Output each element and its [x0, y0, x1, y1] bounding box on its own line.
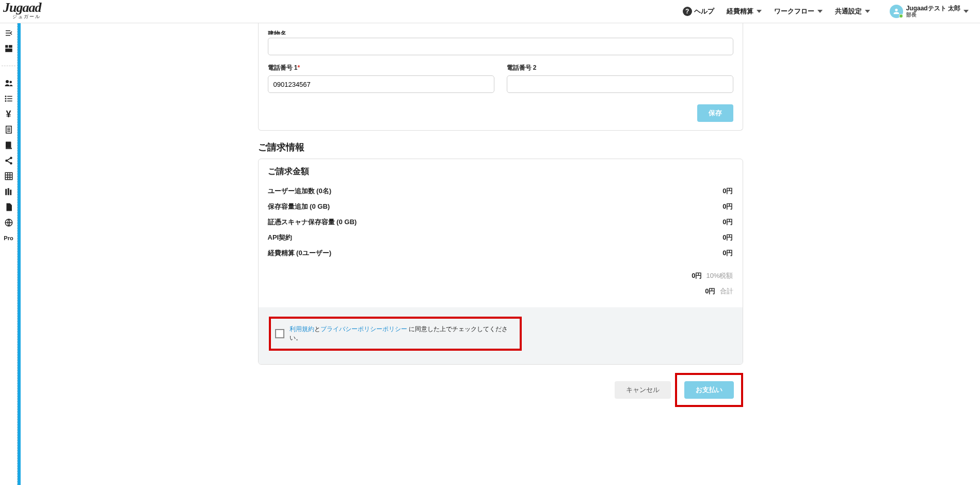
svg-rect-10	[6, 148, 12, 149]
sidebar-item-collapse[interactable]	[2, 26, 16, 40]
sidebar-item-doc[interactable]	[2, 122, 16, 137]
svg-point-4	[9, 81, 12, 84]
building-label: 建物名	[268, 30, 733, 35]
billing-row: ユーザー追加数 (0名)0円	[268, 183, 733, 199]
svg-rect-9	[6, 142, 11, 148]
svg-rect-17	[10, 190, 11, 195]
phone2-label: 電話番号 2	[507, 64, 733, 72]
avatar	[890, 5, 903, 18]
chevron-down-icon	[865, 10, 870, 13]
sidebar: ¥ Pro	[0, 23, 18, 428]
address-card: 建物名 電話番号 1* 電話番号 2 保存	[258, 23, 743, 131]
pay-button[interactable]: お支払い	[684, 381, 734, 399]
nav-workflow[interactable]: ワークフロー	[774, 7, 823, 16]
svg-point-13	[10, 163, 12, 164]
chevron-down-icon	[963, 10, 969, 13]
cancel-button[interactable]: キャンセル	[615, 381, 671, 399]
action-row: キャンセル お支払い	[258, 373, 743, 407]
help-icon: ?	[683, 7, 692, 16]
sidebar-item-list[interactable]	[2, 91, 16, 106]
svg-point-12	[6, 160, 7, 162]
sidebar-item-dashboard[interactable]	[2, 41, 16, 56]
svg-rect-16	[7, 188, 9, 195]
billing-amount-title: ご請求金額	[268, 166, 733, 177]
app-header: Jugaad ジュガール ? ヘルプ 経費精算 ワークフロー 共通設定 Juga…	[0, 0, 980, 23]
privacy-link[interactable]: プライバシーポリシーポリシー	[320, 325, 407, 333]
sidebar-item-pro[interactable]: Pro	[2, 231, 16, 245]
sidebar-item-globe[interactable]	[2, 215, 16, 230]
sidebar-item-share[interactable]	[2, 153, 16, 168]
svg-rect-14	[5, 173, 12, 180]
sidebar-item-yen[interactable]: ¥	[2, 107, 16, 121]
active-strip	[18, 23, 21, 428]
phone1-input[interactable]	[268, 75, 494, 93]
sidebar-item-book[interactable]	[2, 138, 16, 152]
svg-rect-2	[5, 49, 12, 52]
svg-point-7	[5, 101, 6, 102]
terms-link[interactable]: 利用規約	[290, 325, 314, 333]
svg-rect-15	[5, 189, 7, 195]
svg-point-11	[10, 157, 12, 159]
logo-block: Jugaad ジュガール	[3, 3, 41, 20]
billing-section-title: ご請求情報	[258, 141, 743, 153]
sidebar-item-grid[interactable]	[2, 169, 16, 183]
chevron-down-icon	[757, 10, 762, 13]
billing-tax-row: 0円10%税額	[268, 268, 733, 284]
online-dot-icon	[899, 14, 903, 18]
agree-strip: 利用規約とプライバシーポリシーポリシー に同意した上でチェックしてください。	[259, 307, 743, 364]
logo-text: Jugaad	[3, 3, 41, 13]
agree-highlight-box: 利用規約とプライバシーポリシーポリシー に同意した上でチェックしてください。	[269, 317, 522, 351]
billing-row: 保存容量追加 (0 GB)0円	[268, 199, 733, 214]
sidebar-item-users[interactable]	[2, 76, 16, 90]
svg-point-5	[5, 96, 6, 97]
nav-expense[interactable]: 経費精算	[727, 7, 762, 16]
billing-row: 経費精算 (0ユーザー)0円	[268, 245, 733, 261]
sidebar-item-file[interactable]	[2, 200, 16, 214]
svg-rect-1	[9, 45, 12, 48]
main-content: 建物名 電話番号 1* 電話番号 2 保存 ご請求情報 ご請求金額 ユーザー追加…	[21, 23, 980, 428]
svg-point-3	[6, 80, 9, 83]
svg-rect-0	[5, 45, 8, 48]
chevron-down-icon	[817, 10, 823, 13]
billing-total-row: 0円合計	[268, 284, 733, 299]
agree-text: 利用規約とプライバシーポリシーポリシー に同意した上でチェックしてください。	[290, 325, 516, 342]
pay-highlight-box: お支払い	[675, 373, 743, 407]
help-link[interactable]: ? ヘルプ	[683, 7, 714, 16]
user-menu[interactable]: Jugaadテスト 太郎 部長	[890, 5, 969, 18]
building-field: 建物名	[268, 30, 733, 55]
save-button[interactable]: 保存	[697, 104, 733, 122]
help-label: ヘルプ	[694, 7, 714, 16]
billing-row: API契約0円	[268, 230, 733, 245]
svg-point-6	[5, 98, 6, 99]
billing-card: ご請求金額 ユーザー追加数 (0名)0円 保存容量追加 (0 GB)0円 証憑ス…	[258, 159, 743, 365]
agree-checkbox[interactable]	[275, 329, 284, 338]
nav-common-settings[interactable]: 共通設定	[835, 7, 870, 16]
sidebar-item-library[interactable]	[2, 184, 16, 199]
phone2-input[interactable]	[507, 75, 733, 93]
building-input[interactable]	[268, 38, 733, 55]
phone1-label: 電話番号 1*	[268, 64, 494, 72]
user-name: Jugaadテスト 太郎	[906, 5, 960, 12]
user-role: 部長	[906, 12, 960, 18]
billing-row: 証憑スキャナ保存容量 (0 GB)0円	[268, 214, 733, 230]
